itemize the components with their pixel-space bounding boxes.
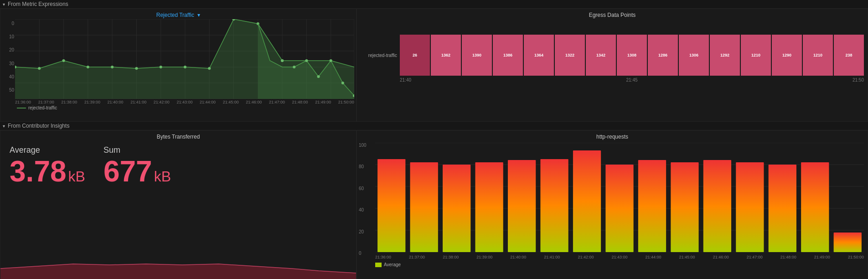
svg-point-34 xyxy=(281,59,284,62)
svg-point-23 xyxy=(62,59,65,62)
heatmap-cell-7: 1308 xyxy=(617,35,647,76)
bar-y-axis: 0 20 40 60 80 100 xyxy=(359,141,367,258)
average-unit: kB xyxy=(68,168,85,185)
svg-rect-50 xyxy=(443,165,470,252)
heatmap-cell-1: 1362 xyxy=(431,35,461,76)
egress-panel-title: Egress Data Points xyxy=(357,9,868,19)
section-metric-expressions-header[interactable]: ▾ From Metric Expressions xyxy=(0,0,868,9)
svg-point-37 xyxy=(317,75,320,78)
svg-rect-49 xyxy=(410,162,438,252)
svg-rect-61 xyxy=(801,162,829,252)
sum-value-row: 677 kB xyxy=(103,157,171,186)
average-label: Average xyxy=(10,145,85,155)
heatmap-cell-13: 1210 xyxy=(803,35,833,76)
legend-label: rejected-traffic xyxy=(28,105,57,110)
sum-stat-block: Sum 677 kB xyxy=(103,145,171,186)
y-axis: 50 40 30 20 10 0 xyxy=(0,19,15,94)
svg-point-26 xyxy=(135,67,138,70)
rejected-traffic-dropdown-icon[interactable]: ▾ xyxy=(197,12,200,18)
svg-point-36 xyxy=(305,59,308,62)
stats-area: Average 3.78 kB Sum 677 kB xyxy=(0,141,356,191)
line-chart-legend: rejected-traffic xyxy=(17,105,356,110)
average-stat-block: Average 3.78 kB xyxy=(10,145,85,186)
bytes-area-chart xyxy=(0,241,356,279)
svg-point-25 xyxy=(111,66,114,68)
line-chart-svg xyxy=(15,19,354,99)
line-chart-area: 50 40 30 20 10 0 xyxy=(0,19,356,108)
bar-chart-svg xyxy=(375,143,864,252)
svg-point-38 xyxy=(330,59,332,62)
bytes-area-svg xyxy=(0,241,356,279)
heatmap-cell-2: 1390 xyxy=(462,35,492,76)
section-metric-expressions-label: From Metric Expressions xyxy=(8,1,68,7)
legend-line-icon xyxy=(17,108,26,108)
heatmap-cell-8: 1286 xyxy=(648,35,678,76)
svg-point-28 xyxy=(184,66,186,68)
bottom-panels-row: Bytes Transferred Average 3.78 kB Sum 67… xyxy=(0,130,868,279)
section-contributor-insights-label: From Contributor Insights xyxy=(8,123,69,129)
heatmap-cell-5: 1322 xyxy=(555,35,585,76)
section-contributor-insights-header[interactable]: ▾ From Contributor Insights xyxy=(0,122,868,130)
svg-rect-55 xyxy=(605,165,633,252)
average-value-row: 3.78 kB xyxy=(10,157,85,186)
heatmap-cell-9: 1306 xyxy=(679,35,709,76)
svg-point-39 xyxy=(341,82,344,84)
svg-rect-59 xyxy=(736,162,764,252)
svg-rect-54 xyxy=(573,150,601,252)
svg-rect-52 xyxy=(508,160,536,252)
sum-value: 677 xyxy=(103,157,152,186)
svg-rect-60 xyxy=(769,165,796,252)
heatmap-cell-14: 238 xyxy=(834,35,864,76)
collapse-arrow-icon: ▾ xyxy=(3,2,5,7)
heatmap-cell-3: 1386 xyxy=(493,35,523,76)
top-panels-row: Rejected Traffic ▾ 50 40 30 20 10 0 xyxy=(0,9,868,122)
svg-rect-57 xyxy=(671,162,698,252)
svg-rect-56 xyxy=(638,160,666,252)
heatmap-cell-0: 26 xyxy=(400,35,430,76)
bar-chart-container: 0 20 40 60 80 100 xyxy=(357,141,868,278)
bar-legend-label: Average xyxy=(384,262,401,267)
bar-legend-icon xyxy=(375,263,382,267)
heatmap-cell-11: 1210 xyxy=(741,35,771,76)
bar-x-labels: 21:36:00 21:37:00 21:38:00 21:39:00 21:4… xyxy=(375,254,864,259)
svg-rect-51 xyxy=(475,162,503,252)
heatmap-row-label: rejected-traffic xyxy=(361,35,397,76)
egress-data-points-panel: Egress Data Points rejected-traffic 26 1… xyxy=(356,9,868,122)
svg-point-27 xyxy=(160,66,162,68)
x-axis-labels: 21:36:00 21:37:00 21:38:00 21:39:00 21:4… xyxy=(15,99,354,104)
heatmap-row: rejected-traffic 26 1362 1390 1386 1364 … xyxy=(361,35,864,76)
bytes-panel-title: Bytes Transferred xyxy=(0,131,356,141)
svg-point-29 xyxy=(208,67,211,70)
bytes-title-text: Bytes Transferred xyxy=(157,134,200,140)
heatmap-cell-4: 1364 xyxy=(524,35,554,76)
sum-label: Sum xyxy=(103,145,171,155)
svg-point-24 xyxy=(87,66,89,68)
svg-rect-48 xyxy=(377,159,405,252)
http-requests-title: http-requests xyxy=(357,131,868,141)
http-requests-panel: http-requests 0 20 40 60 80 100 xyxy=(356,130,868,279)
svg-point-35 xyxy=(293,66,295,68)
rejected-traffic-panel: Rejected Traffic ▾ 50 40 30 20 10 0 xyxy=(0,9,356,122)
rejected-traffic-title-text: Rejected Traffic xyxy=(156,12,194,18)
heatmap-cell-12: 1290 xyxy=(772,35,802,76)
svg-rect-53 xyxy=(540,159,568,252)
heatmap-cell-10: 1292 xyxy=(710,35,740,76)
egress-title-text: Egress Data Points xyxy=(589,12,636,18)
average-value: 3.78 xyxy=(10,157,67,186)
heatmap-cells: 26 1362 1390 1386 1364 1322 1342 1308 12… xyxy=(400,35,864,76)
bytes-transferred-panel: Bytes Transferred Average 3.78 kB Sum 67… xyxy=(0,130,356,279)
rejected-traffic-title[interactable]: Rejected Traffic ▾ xyxy=(0,9,356,19)
svg-point-22 xyxy=(38,67,41,70)
heatmap-x-labels: 21:40 21:45 21:50 xyxy=(400,78,864,83)
sum-unit: kB xyxy=(154,168,171,185)
collapse-arrow-icon-2: ▾ xyxy=(3,124,5,129)
svg-rect-62 xyxy=(834,232,862,252)
bar-legend: Average xyxy=(375,262,864,267)
heatmap-wrap: rejected-traffic 26 1362 1390 1386 1364 … xyxy=(357,33,868,84)
svg-rect-58 xyxy=(703,160,731,252)
svg-marker-41 xyxy=(0,264,356,279)
heatmap-cell-6: 1342 xyxy=(586,35,616,76)
line-chart-svg-wrap xyxy=(15,19,354,99)
http-requests-title-text: http-requests xyxy=(596,134,628,140)
